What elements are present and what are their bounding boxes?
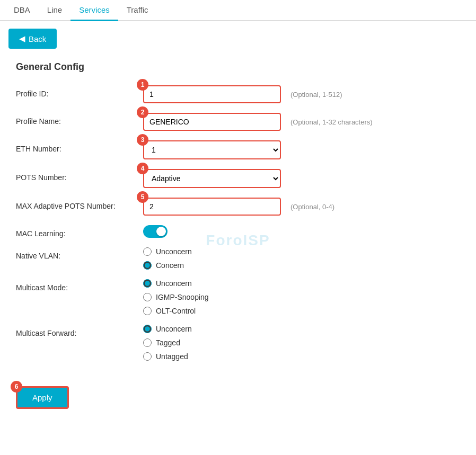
toggle-thumb — [156, 227, 166, 236]
multicast-forward-tagged-radio[interactable] — [143, 338, 152, 347]
multicast-forward-label: Multicast Forward: — [16, 325, 143, 337]
back-button-label: Back — [29, 34, 46, 43]
profile-name-input[interactable] — [143, 113, 281, 131]
pots-number-row: POTS Number: 4 Adaptive 0 1 2 — [16, 169, 460, 188]
max-adaptive-pots-label: MAX Adaptive POTS Number: — [16, 198, 143, 210]
multicast-forward-unconcern[interactable]: Unconcern — [143, 325, 192, 333]
multicast-mode-unconcern-label: Unconcern — [156, 279, 192, 288]
badge-4: 4 — [137, 163, 148, 174]
multicast-mode-label: Multicast Mode: — [16, 279, 143, 292]
section-title: General Config — [16, 61, 460, 73]
max-adaptive-pots-input[interactable] — [143, 198, 281, 216]
multicast-mode-igmp-radio[interactable] — [143, 293, 152, 301]
profile-name-row: Profile Name: 2 (Optional, 1-32 characte… — [16, 113, 460, 131]
mac-learning-row: MAC Learning: — [16, 225, 460, 238]
native-vlan-control: Unconcern Concern — [143, 247, 192, 270]
multicast-forward-unconcern-radio[interactable] — [143, 325, 152, 333]
multicast-mode-olt-radio[interactable] — [143, 307, 152, 315]
multicast-forward-tagged[interactable]: Tagged — [143, 338, 192, 347]
multicast-forward-untagged-label: Untagged — [156, 352, 188, 361]
native-vlan-concern-label: Concern — [156, 261, 184, 270]
tab-services[interactable]: Services — [70, 0, 118, 21]
badge-1: 1 — [137, 79, 148, 91]
eth-number-row: ETH Number: 3 1 2 3 4 — [16, 140, 460, 159]
profile-id-label: Profile ID: — [16, 85, 143, 98]
max-adaptive-pots-row: MAX Adaptive POTS Number: 5 (Optional, 0… — [16, 198, 460, 216]
mac-learning-toggle[interactable] — [143, 225, 168, 238]
pots-number-control: 4 Adaptive 0 1 2 — [143, 169, 281, 188]
max-adaptive-pots-hint: (Optional, 0-4) — [290, 203, 334, 211]
multicast-mode-unconcern[interactable]: Unconcern — [143, 279, 209, 288]
native-vlan-unconcern[interactable]: Unconcern — [143, 247, 192, 256]
apply-badge: 6 — [11, 381, 22, 392]
multicast-forward-untagged-radio[interactable] — [143, 352, 152, 361]
pots-number-select[interactable]: Adaptive 0 1 2 — [143, 169, 281, 188]
multicast-forward-unconcern-label: Unconcern — [156, 325, 192, 333]
back-button[interactable]: ◀ Back — [8, 29, 57, 49]
max-adaptive-pots-control: 5 (Optional, 0-4) — [143, 198, 334, 216]
profile-id-input[interactable] — [143, 85, 281, 103]
multicast-mode-row: Multicast Mode: Unconcern IGMP-Snooping … — [16, 279, 460, 315]
toggle-track-container[interactable] — [143, 225, 168, 238]
native-vlan-radio-group: Unconcern Concern — [143, 247, 192, 270]
profile-id-row: Profile ID: 1 (Optional, 1-512) — [16, 85, 460, 103]
profile-name-hint: (Optional, 1-32 characters) — [290, 118, 373, 126]
multicast-mode-radio-group: Unconcern IGMP-Snooping OLT-Control — [143, 279, 209, 315]
multicast-mode-olt-label: OLT-Control — [156, 307, 196, 315]
native-vlan-concern[interactable]: Concern — [143, 261, 192, 270]
back-button-container: ◀ Back — [0, 21, 476, 56]
profile-id-hint: (Optional, 1-512) — [290, 91, 342, 99]
native-vlan-row: Native VLAN: Unconcern Concern — [16, 247, 460, 270]
main-content: ForoISP General Config Profile ID: 1 (Op… — [0, 56, 476, 425]
eth-number-select[interactable]: 1 2 3 4 — [143, 140, 281, 159]
multicast-mode-olt[interactable]: OLT-Control — [143, 307, 209, 315]
multicast-mode-igmp[interactable]: IGMP-Snooping — [143, 293, 209, 301]
mac-learning-control — [143, 225, 168, 238]
badge-5: 5 — [137, 191, 148, 203]
native-vlan-unconcern-radio[interactable] — [143, 247, 152, 256]
multicast-mode-unconcern-radio[interactable] — [143, 279, 152, 288]
back-arrow-icon: ◀ — [19, 34, 25, 43]
multicast-forward-row: Multicast Forward: Unconcern Tagged Unta… — [16, 325, 460, 361]
native-vlan-unconcern-label: Unconcern — [156, 247, 192, 256]
profile-name-label: Profile Name: — [16, 113, 143, 126]
multicast-mode-control: Unconcern IGMP-Snooping OLT-Control — [143, 279, 209, 315]
badge-3: 3 — [137, 134, 148, 146]
badge-2: 2 — [137, 106, 148, 118]
apply-button-container: 6 Apply — [16, 386, 69, 409]
pots-number-label: POTS Number: — [16, 169, 143, 182]
tab-traffic[interactable]: Traffic — [118, 0, 157, 21]
profile-name-control: 2 (Optional, 1-32 characters) — [143, 113, 373, 131]
multicast-forward-radio-group: Unconcern Tagged Untagged — [143, 325, 192, 361]
native-vlan-concern-radio[interactable] — [143, 261, 152, 270]
apply-button[interactable]: Apply — [16, 386, 69, 409]
multicast-forward-tagged-label: Tagged — [156, 338, 180, 347]
tab-dba[interactable]: DBA — [5, 0, 39, 21]
tabs-bar: DBA Line Services Traffic — [0, 0, 476, 21]
multicast-forward-untagged[interactable]: Untagged — [143, 352, 192, 361]
profile-id-control: 1 (Optional, 1-512) — [143, 85, 342, 103]
native-vlan-label: Native VLAN: — [16, 247, 143, 260]
eth-number-label: ETH Number: — [16, 140, 143, 153]
eth-number-control: 3 1 2 3 4 — [143, 140, 281, 159]
mac-learning-label: MAC Learning: — [16, 225, 143, 238]
multicast-forward-control: Unconcern Tagged Untagged — [143, 325, 192, 361]
multicast-mode-igmp-label: IGMP-Snooping — [156, 293, 209, 301]
tab-line[interactable]: Line — [39, 0, 70, 21]
